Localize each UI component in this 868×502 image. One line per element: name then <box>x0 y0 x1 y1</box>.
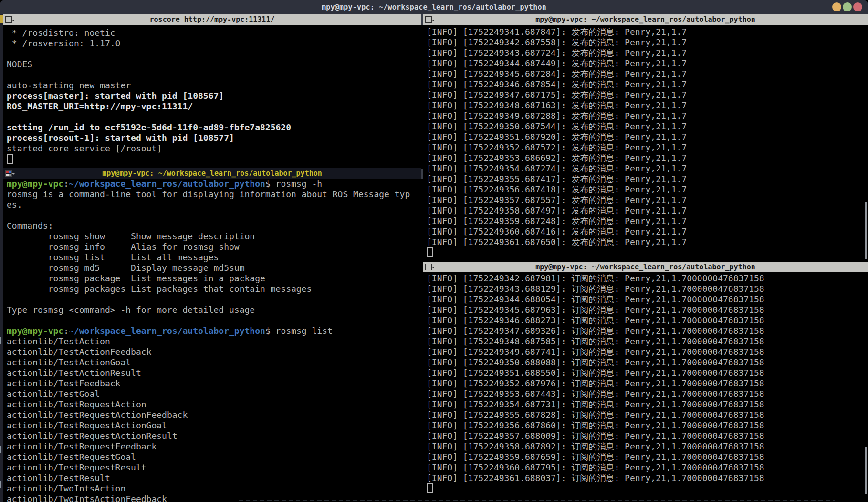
terminal-line: process[master]: started with pid [10856… <box>7 91 425 101</box>
terminal-roscore[interactable]: * /rosdistro: noetic * /rosversion: 1.17… <box>3 25 425 169</box>
window-title: mpy@mpy-vpc: ~/workspace_learn_ros/autol… <box>322 3 546 11</box>
terminal-text: rosmsg package List messages in a packag… <box>7 273 265 283</box>
terminal-text: process[rosout-1]: started with pid [108… <box>7 133 234 143</box>
terminal-text: [INFO] [1752249355.687417]: 发布的消息: Penry… <box>427 174 687 184</box>
terminal-text: actionlib/TestActionFeedback <box>7 347 151 357</box>
terminal-text: NODES <box>7 59 32 69</box>
terminal-text: [INFO] [1752249344.688054]: 订阅的消息: Penry… <box>427 294 764 304</box>
terminal-text: : <box>63 179 69 189</box>
terminal-text: [INFO] [1752249360.687795]: 订阅的消息: Penry… <box>427 462 764 472</box>
terminal-line <box>7 70 425 80</box>
terminal-text: setting /run_id to ecf5192e-5d6d-11f0-ad… <box>7 122 291 132</box>
terminal-line: [INFO] [1752249350.687544]: 发布的消息: Penry… <box>427 121 868 132</box>
terminal-text: [INFO] [1752249361.687650]: 发布的消息: Penry… <box>427 237 687 247</box>
terminal-text: * /rosversion: 1.17.0 <box>7 38 120 48</box>
close-button[interactable] <box>853 2 862 11</box>
terminator-window: mpy@mpy-vpc: ~/workspace_learn_ros/autol… <box>0 0 868 502</box>
terminal-line <box>7 154 425 164</box>
terminal-text: actionlib/TestRequestActionFeedback <box>7 410 188 420</box>
terminal-line: actionlib/TestRequestGoal <box>7 452 425 462</box>
pane-title: mpy@mpy-vpc: ~/workspace_learn_ros/autol… <box>535 263 755 271</box>
terminal-line: ROS_MASTER_URI=http://mpy-vpc:11311/ <box>7 101 425 112</box>
terminal-text: actionlib/TestGoal <box>7 389 100 399</box>
clipped-bottom-row <box>239 500 835 501</box>
terminal-text: started core service [/rosout] <box>7 143 162 153</box>
terminal-line: [INFO] [1752249355.687828]: 订阅的消息: Penry… <box>427 410 868 420</box>
terminal-line: actionlib/TestRequestActionResult <box>7 431 425 441</box>
terminal-text: [INFO] [1752249357.687557]: 发布的消息: Penry… <box>427 195 687 205</box>
terminal-text: actionlib/TestRequestActionResult <box>7 431 178 441</box>
terminal-text: [INFO] [1752249353.687443]: 订阅的消息: Penry… <box>427 389 764 399</box>
pane-titlebar-subscriber[interactable]: mpy@mpy-vpc: ~/workspace_learn_ros/autol… <box>423 262 868 272</box>
background-fragment <box>0 446 1 453</box>
terminal-line: [INFO] [1752249349.687741]: 订阅的消息: Penry… <box>427 347 868 357</box>
terminal-line: [INFO] [1752249361.687650]: 发布的消息: Penry… <box>427 237 868 247</box>
pane-titlebar-roscore[interactable]: roscore http://mpy-vpc:11311/ <box>3 14 421 25</box>
terminal-line: [INFO] [1752249342.687981]: 订阅的消息: Penry… <box>427 273 868 284</box>
terminal-line: setting /run_id to ecf5192e-5d6d-11f0-ad… <box>7 122 425 133</box>
pane-grid-icon[interactable] <box>425 264 432 270</box>
terminal-text: [INFO] [1752249352.687976]: 订阅的消息: Penry… <box>427 378 764 388</box>
terminal-text: [INFO] [1752249351.687920]: 发布的消息: Penry… <box>427 132 687 142</box>
terminal-line: [INFO] [1752249346.688273]: 订阅的消息: Penry… <box>427 315 868 326</box>
terminal-line: rosmsg package List messages in a packag… <box>7 273 425 284</box>
terminal-line: mpy@mpy-vpc:~/workspace_learn_ros/autola… <box>7 326 425 336</box>
terminal-text: [INFO] [1752249353.686692]: 发布的消息: Penry… <box>427 153 687 163</box>
terminal-text: [INFO] [1752249358.687497]: 发布的消息: Penry… <box>427 205 687 215</box>
terminal-line: [INFO] [1752249347.687175]: 发布的消息: Penry… <box>427 90 868 100</box>
terminal-line: [INFO] [1752249343.687724]: 发布的消息: Penry… <box>427 48 868 58</box>
terminal-cursor <box>427 247 433 257</box>
terminal-line: [INFO] [1752249345.687284]: 发布的消息: Penry… <box>427 69 868 79</box>
terminal-text: [INFO] [1752249357.688009]: 订阅的消息: Penry… <box>427 431 764 441</box>
terminal-line: [INFO] [1752249360.687416]: 发布的消息: Penry… <box>427 226 868 237</box>
terminal-text: [INFO] [1752249360.687416]: 发布的消息: Penry… <box>427 226 687 236</box>
terminal-text: $ rosmsg list <box>265 326 333 336</box>
terminal-line: rosmsg md5 Display message md5sum <box>7 263 425 273</box>
pane-grid-icon[interactable] <box>5 170 12 177</box>
pane-titlebar-publisher[interactable]: mpy@mpy-vpc: ~/workspace_learn_ros/autol… <box>423 14 868 25</box>
terminal-line: actionlib/TestRequestAction <box>7 399 425 410</box>
terminal-text: actionlib/TestActionGoal <box>7 357 131 367</box>
terminal-text: [INFO] [1752249349.687741]: 订阅的消息: Penry… <box>427 347 764 357</box>
terminal-line: * /rosversion: 1.17.0 <box>7 38 425 49</box>
terminal-line: [INFO] [1752249347.689326]: 订阅的消息: Penry… <box>427 326 868 336</box>
terminal-text: [INFO] [1752249349.687288]: 发布的消息: Penry… <box>427 111 687 121</box>
pane-titlebar-shell[interactable]: mpy@mpy-vpc: ~/workspace_learn_ros/autol… <box>3 168 421 179</box>
scrollbar-thumb[interactable] <box>865 447 867 494</box>
terminal-text: actionlib/TestFeedback <box>7 378 120 388</box>
terminal-line: [INFO] [1752249359.687659]: 订阅的消息: Penry… <box>427 452 868 462</box>
terminal-text: [INFO] [1752249342.687558]: 发布的消息: Penry… <box>427 37 687 47</box>
terminal-text: [INFO] [1752249354.687274]: 发布的消息: Penry… <box>427 163 687 173</box>
terminal-line: mpy@mpy-vpc:~/workspace_learn_ros/autola… <box>7 179 425 189</box>
terminal-line: actionlib/TestResult <box>7 473 425 483</box>
terminal-text: actionlib/TestRequestActionGoal <box>7 420 167 430</box>
terminal-subscriber[interactable]: [INFO] [1752249342.687981]: 订阅的消息: Penry… <box>423 272 868 502</box>
pane-grid-icon[interactable] <box>425 16 432 23</box>
scrollbar-thumb[interactable] <box>865 202 867 259</box>
terminal-shell[interactable]: mpy@mpy-vpc:~/workspace_learn_ros/autola… <box>3 179 425 502</box>
terminal-text: [INFO] [1752249354.687731]: 订阅的消息: Penry… <box>427 399 764 409</box>
pane-grid-icon[interactable] <box>5 16 12 23</box>
terminal-text: rosmsg is a command-line tool for displa… <box>7 189 410 199</box>
terminal-line: [INFO] [1752249356.687860]: 订阅的消息: Penry… <box>427 420 868 431</box>
terminal-publisher[interactable]: [INFO] [1752249341.687847]: 发布的消息: Penry… <box>423 25 868 262</box>
terminal-text: actionlib/TestResult <box>7 473 110 483</box>
terminal-text: actionlib/TwoIntsAction <box>7 483 125 493</box>
terminal-line <box>7 315 425 326</box>
terminal-text: [INFO] [1752249343.688129]: 订阅的消息: Penry… <box>427 284 764 294</box>
window-titlebar[interactable]: mpy@mpy-vpc: ~/workspace_learn_ros/autol… <box>0 0 868 14</box>
terminal-text: actionlib/TestAction <box>7 336 110 346</box>
terminal-text: [INFO] [1752249341.687847]: 发布的消息: Penry… <box>427 27 687 37</box>
terminal-line: actionlib/TestAction <box>7 336 425 347</box>
terminal-line: [INFO] [1752249345.687963]: 订阅的消息: Penry… <box>427 305 868 315</box>
minimize-button[interactable] <box>832 2 841 11</box>
terminal-line: [INFO] [1752249351.688550]: 订阅的消息: Penry… <box>427 368 868 378</box>
terminal-text: Type rosmsg <command> -h for more detail… <box>7 305 255 315</box>
background-fragment <box>0 481 1 488</box>
terminal-text: Commands: <box>7 221 53 231</box>
terminal-text: [INFO] [1752249355.687828]: 订阅的消息: Penry… <box>427 410 764 420</box>
maximize-button[interactable] <box>843 2 852 11</box>
terminal-line <box>7 49 425 59</box>
terminal-line: process[rosout-1]: started with pid [108… <box>7 133 425 143</box>
terminal-line: [INFO] [1752249357.688009]: 订阅的消息: Penry… <box>427 431 868 441</box>
